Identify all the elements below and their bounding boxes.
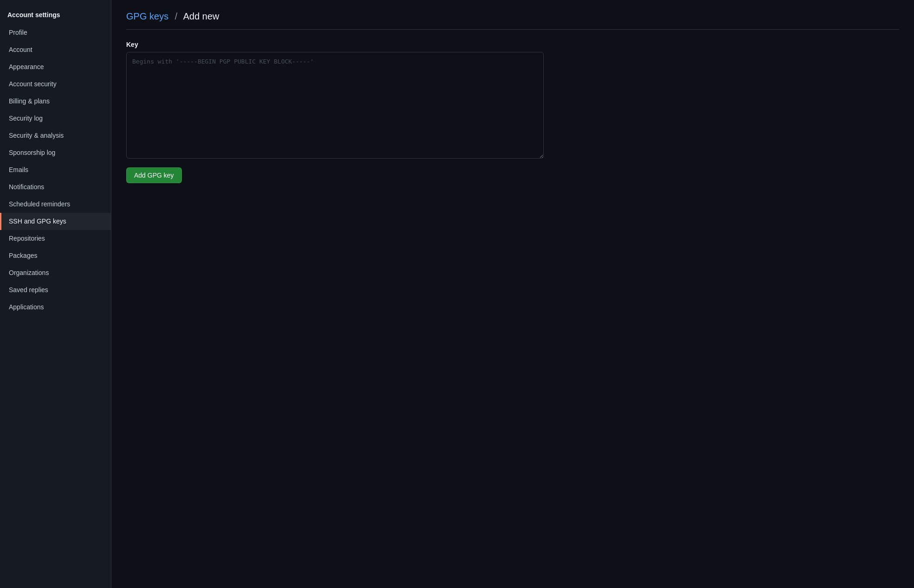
sidebar-item-security-analysis[interactable]: Security & analysis xyxy=(0,127,111,144)
breadcrumb-separator: / xyxy=(175,11,178,21)
sidebar-item-profile[interactable]: Profile xyxy=(0,24,111,41)
add-gpg-key-form: Key Add GPG key xyxy=(126,41,544,183)
sidebar-item-applications[interactable]: Applications xyxy=(0,299,111,316)
sidebar-item-security-log[interactable]: Security log xyxy=(0,110,111,127)
breadcrumb-current: Add new xyxy=(183,11,219,21)
breadcrumb-link[interactable]: GPG keys xyxy=(126,11,168,21)
sidebar-item-account[interactable]: Account xyxy=(0,41,111,58)
sidebar-item-emails[interactable]: Emails xyxy=(0,161,111,179)
sidebar-item-notifications[interactable]: Notifications xyxy=(0,179,111,196)
sidebar-item-sponsorship-log[interactable]: Sponsorship log xyxy=(0,144,111,161)
layout: Account settings ProfileAccountAppearanc… xyxy=(0,0,914,588)
page-header: GPG keys / Add new xyxy=(126,11,899,30)
sidebar-title: Account settings xyxy=(0,7,111,24)
sidebar-item-account-security[interactable]: Account security xyxy=(0,76,111,93)
main-content: GPG keys / Add new Key Add GPG key xyxy=(111,0,914,588)
sidebar-item-billing[interactable]: Billing & plans xyxy=(0,93,111,110)
add-gpg-key-button[interactable]: Add GPG key xyxy=(126,167,182,183)
sidebar-item-scheduled-reminders[interactable]: Scheduled reminders xyxy=(0,196,111,213)
sidebar: Account settings ProfileAccountAppearanc… xyxy=(0,0,111,588)
key-label: Key xyxy=(126,41,544,48)
sidebar-item-ssh-gpg-keys[interactable]: SSH and GPG keys xyxy=(0,213,111,230)
sidebar-item-repositories[interactable]: Repositories xyxy=(0,230,111,247)
key-textarea[interactable] xyxy=(126,52,544,159)
sidebar-item-appearance[interactable]: Appearance xyxy=(0,58,111,76)
sidebar-item-saved-replies[interactable]: Saved replies xyxy=(0,281,111,299)
breadcrumb: GPG keys / Add new xyxy=(126,11,219,22)
sidebar-item-organizations[interactable]: Organizations xyxy=(0,264,111,281)
sidebar-nav: ProfileAccountAppearanceAccount security… xyxy=(0,24,111,316)
sidebar-item-packages[interactable]: Packages xyxy=(0,247,111,264)
